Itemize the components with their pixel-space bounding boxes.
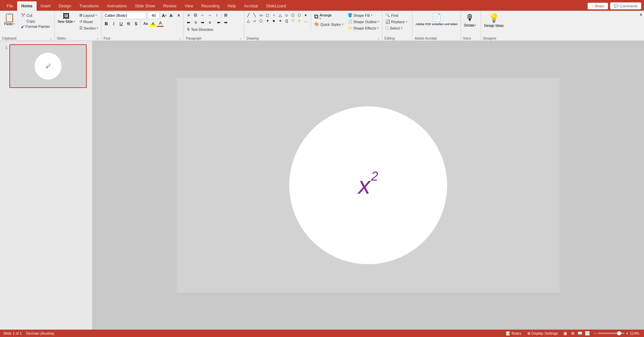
- shape-rect[interactable]: ▭: [258, 12, 264, 18]
- line-spacing-button[interactable]: ↕: [213, 12, 220, 18]
- tab-recording[interactable]: Recording: [197, 1, 224, 11]
- font-color-button[interactable]: A: [157, 20, 164, 27]
- character-highlight-button[interactable]: A: [149, 20, 156, 27]
- zoom-in-icon[interactable]: +: [626, 331, 629, 336]
- reset-button[interactable]: ↺ Reset: [78, 19, 100, 25]
- align-left-button[interactable]: ⬅: [185, 19, 192, 26]
- arrange-button[interactable]: ⧉ Arrange ▾: [313, 12, 345, 21]
- align-right-button[interactable]: ➡: [199, 19, 206, 26]
- shape-line[interactable]: ╱: [246, 12, 251, 18]
- italic-button[interactable]: I: [110, 20, 117, 27]
- shape-fill-button[interactable]: 🪣 Shape Fill ▾: [346, 12, 381, 18]
- tab-transitions[interactable]: Transitions: [75, 1, 103, 11]
- justify-button[interactable]: ≡: [206, 19, 213, 26]
- format-painter-button[interactable]: 🖌 Format Painter: [19, 24, 52, 29]
- display-settings-button[interactable]: 🖥 Display Settings: [525, 331, 559, 336]
- main-shape-circle[interactable]: x2: [289, 106, 447, 264]
- increase-list-button[interactable]: ➡: [222, 19, 229, 26]
- tab-insert[interactable]: Insert: [37, 1, 55, 11]
- new-slide-dropdown-arrow[interactable]: ▾: [74, 20, 75, 23]
- layout-button[interactable]: ⊞ Layout ▾: [78, 12, 100, 18]
- tab-help[interactable]: Help: [224, 1, 240, 11]
- bullets-button[interactable]: ≡: [185, 12, 192, 18]
- align-center-button[interactable]: ≡: [192, 19, 199, 26]
- slide-thumbnail[interactable]: x2: [9, 44, 87, 88]
- shape-trap[interactable]: ⬠: [258, 18, 264, 23]
- slide-canvas[interactable]: x2: [177, 78, 560, 293]
- tab-view[interactable]: View: [180, 1, 197, 11]
- section-button[interactable]: ☰ Section ▾: [78, 25, 100, 31]
- share-button[interactable]: ↑ Share: [588, 3, 608, 9]
- font-size-input[interactable]: [147, 12, 160, 19]
- drawing-expand-icon[interactable]: ⌄: [377, 37, 380, 40]
- shape-line2[interactable]: ╲: [252, 12, 257, 18]
- tab-slidelizard[interactable]: SlideLizard: [262, 1, 290, 11]
- zoom-level-label[interactable]: 114%: [630, 331, 641, 335]
- comments-button[interactable]: 💬 Comments: [610, 2, 641, 9]
- text-direction-button[interactable]: ⇅ Text Direction: [185, 27, 215, 32]
- shape-lightning[interactable]: ⚡: [297, 18, 302, 23]
- tab-acrobat[interactable]: Acrobat: [240, 1, 262, 11]
- normal-view-button[interactable]: ▣: [562, 330, 569, 336]
- zoom-out-icon[interactable]: −: [594, 331, 596, 336]
- font-name-input[interactable]: [103, 12, 146, 19]
- shape-para[interactable]: ▱: [252, 18, 257, 23]
- change-case-button[interactable]: Aa: [142, 20, 149, 27]
- numbered-list-button[interactable]: ⊟: [192, 12, 199, 18]
- quick-styles-button[interactable]: 🎨 Quick Styles ▾: [313, 21, 345, 27]
- tab-design[interactable]: Design: [55, 1, 75, 11]
- decrease-list-button[interactable]: ⬅: [215, 19, 222, 26]
- font-expand-icon[interactable]: ⌄: [179, 37, 181, 40]
- grow-font-button[interactable]: A+: [161, 12, 167, 19]
- clipboard-expand-icon[interactable]: ⌄: [50, 37, 52, 40]
- reading-view-button[interactable]: 📖: [577, 330, 584, 336]
- shape-bracket[interactable]: {}: [284, 18, 289, 23]
- cut-button[interactable]: ✂️ Cut: [19, 12, 52, 18]
- clear-format-button[interactable]: ✕: [175, 12, 182, 19]
- tab-review[interactable]: Review: [159, 1, 180, 11]
- shape-diamond[interactable]: ◇: [284, 12, 289, 18]
- replace-button[interactable]: 🔄 Replace ▾: [384, 19, 409, 25]
- columns-button[interactable]: ⊞: [222, 12, 229, 18]
- design-ideas-button[interactable]: 💡 Design Ideas: [482, 12, 505, 29]
- tab-file[interactable]: File: [3, 1, 17, 11]
- strikethrough-button[interactable]: S: [125, 20, 132, 27]
- shape-right-angle[interactable]: △: [277, 12, 283, 18]
- shape-arrow-more[interactable]: ▾: [303, 12, 308, 18]
- presenter-view-button[interactable]: ⬜: [584, 330, 591, 336]
- shape-effects-button[interactable]: ✨ Shape Effects ▾: [346, 25, 381, 31]
- zoom-slider[interactable]: [598, 333, 625, 334]
- shape-star4[interactable]: ✦: [265, 18, 270, 23]
- shape-pentagon[interactable]: ⬠: [290, 12, 296, 18]
- decrease-indent-button[interactable]: ←: [199, 12, 206, 18]
- shape-star5[interactable]: ★: [271, 18, 276, 23]
- tab-animations[interactable]: Animations: [103, 1, 131, 11]
- paragraph-expand-icon[interactable]: ⌄: [239, 37, 242, 40]
- paste-button[interactable]: 📋 Paste ▾: [1, 12, 18, 30]
- shape-rounded-rect[interactable]: ▢: [265, 12, 270, 18]
- shape-heart[interactable]: ♡: [290, 18, 296, 23]
- shadow-button[interactable]: S: [132, 20, 139, 27]
- shape-outline-button[interactable]: ⬜ Shape Outline ▾: [346, 19, 381, 25]
- underline-button[interactable]: U: [118, 20, 124, 27]
- dictate-button[interactable]: 🎙 Dictate ▾: [462, 12, 478, 28]
- bold-button[interactable]: B: [103, 20, 110, 27]
- slides-expand-icon[interactable]: ⌄: [96, 37, 99, 40]
- shape-pentagon2[interactable]: ⬡: [297, 12, 302, 18]
- shape-more[interactable]: …: [303, 18, 308, 23]
- adobe-pdf-button[interactable]: 📄 Adobe PDF erstellen und teilen: [414, 12, 459, 28]
- collapse-ribbon-button[interactable]: ▲: [638, 11, 644, 17]
- select-button[interactable]: ⬚ Select ▾: [384, 25, 409, 31]
- shrink-font-button[interactable]: A-: [168, 12, 175, 19]
- tab-home[interactable]: Home: [17, 1, 36, 11]
- increase-indent-button[interactable]: →: [206, 12, 213, 18]
- paste-dropdown-arrow[interactable]: ▾: [13, 22, 15, 26]
- slide-sorter-button[interactable]: ⊞: [569, 330, 576, 336]
- shape-star8[interactable]: ✴: [277, 18, 283, 23]
- notes-button[interactable]: 📝 Notes: [505, 331, 523, 336]
- new-slide-button[interactable]: 🖼 New Slide ▾: [56, 12, 77, 25]
- tab-slideshow[interactable]: Slide Show: [131, 1, 159, 11]
- shape-oval[interactable]: ○: [271, 12, 276, 18]
- shape-tri[interactable]: △: [246, 18, 251, 23]
- copy-button[interactable]: 📄 Copy: [19, 18, 52, 24]
